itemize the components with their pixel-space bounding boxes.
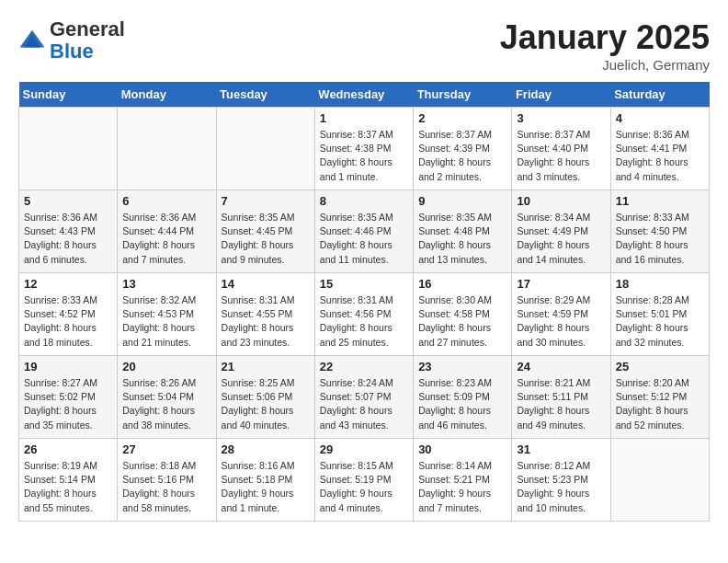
- calendar-cell: 13Sunrise: 8:32 AMSunset: 4:53 PMDayligh…: [118, 273, 216, 356]
- weekday-header: Sunday: [19, 82, 118, 108]
- calendar-cell: 26Sunrise: 8:19 AMSunset: 5:14 PMDayligh…: [19, 439, 118, 522]
- day-number: 27: [122, 442, 210, 456]
- day-number: 22: [320, 360, 408, 373]
- day-info: Sunrise: 8:37 AMSunset: 4:39 PMDaylight:…: [418, 128, 506, 184]
- day-info: Sunrise: 8:16 AMSunset: 5:18 PMDaylight:…: [222, 459, 310, 515]
- day-info: Sunrise: 8:35 AMSunset: 4:45 PMDaylight:…: [222, 211, 310, 267]
- day-info: Sunrise: 8:24 AMSunset: 5:07 PMDaylight:…: [320, 376, 408, 432]
- day-number: 29: [320, 442, 408, 456]
- calendar-cell: 1Sunrise: 8:37 AMSunset: 4:38 PMDaylight…: [314, 108, 413, 190]
- day-info: Sunrise: 8:36 AMSunset: 4:41 PMDaylight:…: [616, 128, 704, 184]
- day-number: 1: [320, 111, 408, 125]
- day-number: 31: [517, 442, 605, 456]
- calendar-cell: [216, 108, 314, 190]
- calendar-cell: 18Sunrise: 8:28 AMSunset: 5:01 PMDayligh…: [610, 273, 709, 356]
- location-subtitle: Juelich, Germany: [500, 57, 710, 73]
- day-number: 11: [616, 194, 704, 208]
- day-number: 19: [24, 360, 112, 373]
- day-number: 23: [418, 360, 506, 373]
- day-info: Sunrise: 8:19 AMSunset: 5:14 PMDaylight:…: [24, 459, 112, 515]
- calendar-cell: 16Sunrise: 8:30 AMSunset: 4:58 PMDayligh…: [414, 273, 512, 356]
- calendar-cell: 19Sunrise: 8:27 AMSunset: 5:02 PMDayligh…: [19, 356, 118, 439]
- calendar-cell: 29Sunrise: 8:15 AMSunset: 5:19 PMDayligh…: [314, 439, 413, 522]
- calendar-cell: 21Sunrise: 8:25 AMSunset: 5:06 PMDayligh…: [216, 356, 314, 439]
- day-info: Sunrise: 8:26 AMSunset: 5:04 PMDaylight:…: [122, 376, 210, 432]
- calendar-cell: 12Sunrise: 8:33 AMSunset: 4:52 PMDayligh…: [19, 273, 118, 356]
- calendar-cell: 24Sunrise: 8:21 AMSunset: 5:11 PMDayligh…: [512, 356, 610, 439]
- calendar-week-row: 19Sunrise: 8:27 AMSunset: 5:02 PMDayligh…: [19, 356, 710, 439]
- day-info: Sunrise: 8:27 AMSunset: 5:02 PMDaylight:…: [24, 376, 112, 432]
- day-info: Sunrise: 8:35 AMSunset: 4:46 PMDaylight:…: [320, 211, 408, 267]
- calendar-cell: 15Sunrise: 8:31 AMSunset: 4:56 PMDayligh…: [314, 273, 413, 356]
- day-number: 8: [320, 194, 408, 208]
- logo-blue: Blue: [50, 40, 94, 63]
- day-number: 20: [122, 360, 210, 373]
- day-info: Sunrise: 8:37 AMSunset: 4:38 PMDaylight:…: [320, 128, 408, 184]
- calendar-cell: [610, 439, 709, 522]
- day-info: Sunrise: 8:30 AMSunset: 4:58 PMDaylight:…: [418, 293, 506, 350]
- calendar-cell: 3Sunrise: 8:37 AMSunset: 4:40 PMDaylight…: [512, 108, 610, 190]
- calendar-cell: 8Sunrise: 8:35 AMSunset: 4:46 PMDaylight…: [314, 190, 413, 273]
- day-info: Sunrise: 8:18 AMSunset: 5:16 PMDaylight:…: [122, 459, 210, 515]
- weekday-header-row: SundayMondayTuesdayWednesdayThursdayFrid…: [19, 82, 710, 108]
- calendar-cell: 4Sunrise: 8:36 AMSunset: 4:41 PMDaylight…: [610, 108, 709, 190]
- day-info: Sunrise: 8:29 AMSunset: 4:59 PMDaylight:…: [517, 293, 605, 350]
- day-number: 14: [222, 277, 310, 291]
- day-info: Sunrise: 8:37 AMSunset: 4:40 PMDaylight:…: [517, 128, 605, 184]
- day-info: Sunrise: 8:28 AMSunset: 5:01 PMDaylight:…: [616, 293, 704, 350]
- day-number: 6: [122, 194, 210, 208]
- calendar-cell: 31Sunrise: 8:12 AMSunset: 5:23 PMDayligh…: [512, 439, 610, 522]
- weekday-header: Thursday: [414, 82, 512, 108]
- day-number: 12: [24, 277, 112, 291]
- day-number: 16: [418, 277, 506, 291]
- day-info: Sunrise: 8:34 AMSunset: 4:49 PMDaylight:…: [517, 211, 605, 267]
- day-info: Sunrise: 8:31 AMSunset: 4:56 PMDaylight:…: [320, 293, 408, 350]
- calendar-table: SundayMondayTuesdayWednesdayThursdayFrid…: [18, 82, 710, 522]
- day-number: 9: [418, 194, 506, 208]
- day-number: 28: [222, 442, 310, 456]
- day-info: Sunrise: 8:36 AMSunset: 4:43 PMDaylight:…: [24, 211, 112, 267]
- day-number: 15: [320, 277, 408, 291]
- day-info: Sunrise: 8:25 AMSunset: 5:06 PMDaylight:…: [222, 376, 310, 432]
- day-info: Sunrise: 8:23 AMSunset: 5:09 PMDaylight:…: [418, 376, 506, 432]
- calendar-week-row: 12Sunrise: 8:33 AMSunset: 4:52 PMDayligh…: [19, 273, 710, 356]
- calendar-week-row: 1Sunrise: 8:37 AMSunset: 4:38 PMDaylight…: [19, 108, 710, 190]
- day-info: Sunrise: 8:21 AMSunset: 5:11 PMDaylight:…: [517, 376, 605, 432]
- calendar-cell: 7Sunrise: 8:35 AMSunset: 4:45 PMDaylight…: [216, 190, 314, 273]
- title-block: January 2025 Juelich, Germany: [500, 18, 710, 73]
- calendar-cell: 10Sunrise: 8:34 AMSunset: 4:49 PMDayligh…: [512, 190, 610, 273]
- weekday-header: Wednesday: [314, 82, 413, 108]
- calendar-cell: 5Sunrise: 8:36 AMSunset: 4:43 PMDaylight…: [19, 190, 118, 273]
- day-number: 3: [517, 111, 605, 125]
- calendar-cell: [19, 108, 118, 190]
- day-info: Sunrise: 8:35 AMSunset: 4:48 PMDaylight:…: [418, 211, 506, 267]
- day-info: Sunrise: 8:15 AMSunset: 5:19 PMDaylight:…: [320, 459, 408, 515]
- calendar-cell: 14Sunrise: 8:31 AMSunset: 4:55 PMDayligh…: [216, 273, 314, 356]
- logo-icon: [18, 27, 46, 54]
- calendar-cell: 6Sunrise: 8:36 AMSunset: 4:44 PMDaylight…: [118, 190, 216, 273]
- day-number: 7: [222, 194, 310, 208]
- calendar-cell: 23Sunrise: 8:23 AMSunset: 5:09 PMDayligh…: [414, 356, 512, 439]
- calendar-cell: 11Sunrise: 8:33 AMSunset: 4:50 PMDayligh…: [610, 190, 709, 273]
- day-number: 2: [418, 111, 506, 125]
- day-info: Sunrise: 8:14 AMSunset: 5:21 PMDaylight:…: [418, 459, 506, 515]
- calendar-cell: 9Sunrise: 8:35 AMSunset: 4:48 PMDaylight…: [414, 190, 512, 273]
- day-number: 30: [418, 442, 506, 456]
- day-number: 10: [517, 194, 605, 208]
- calendar-cell: 28Sunrise: 8:16 AMSunset: 5:18 PMDayligh…: [216, 439, 314, 522]
- day-number: 26: [24, 442, 112, 456]
- weekday-header: Saturday: [610, 82, 709, 108]
- page-header: General Blue January 2025 Juelich, Germa…: [18, 18, 710, 73]
- calendar-cell: [118, 108, 216, 190]
- weekday-header: Tuesday: [216, 82, 314, 108]
- day-info: Sunrise: 8:33 AMSunset: 4:50 PMDaylight:…: [616, 211, 704, 267]
- calendar-cell: 27Sunrise: 8:18 AMSunset: 5:16 PMDayligh…: [118, 439, 216, 522]
- day-number: 24: [517, 360, 605, 373]
- day-info: Sunrise: 8:36 AMSunset: 4:44 PMDaylight:…: [122, 211, 210, 267]
- calendar-cell: 30Sunrise: 8:14 AMSunset: 5:21 PMDayligh…: [414, 439, 512, 522]
- calendar-cell: 22Sunrise: 8:24 AMSunset: 5:07 PMDayligh…: [314, 356, 413, 439]
- weekday-header: Friday: [512, 82, 610, 108]
- weekday-header: Monday: [118, 82, 216, 108]
- day-info: Sunrise: 8:33 AMSunset: 4:52 PMDaylight:…: [24, 293, 112, 350]
- calendar-week-row: 5Sunrise: 8:36 AMSunset: 4:43 PMDaylight…: [19, 190, 710, 273]
